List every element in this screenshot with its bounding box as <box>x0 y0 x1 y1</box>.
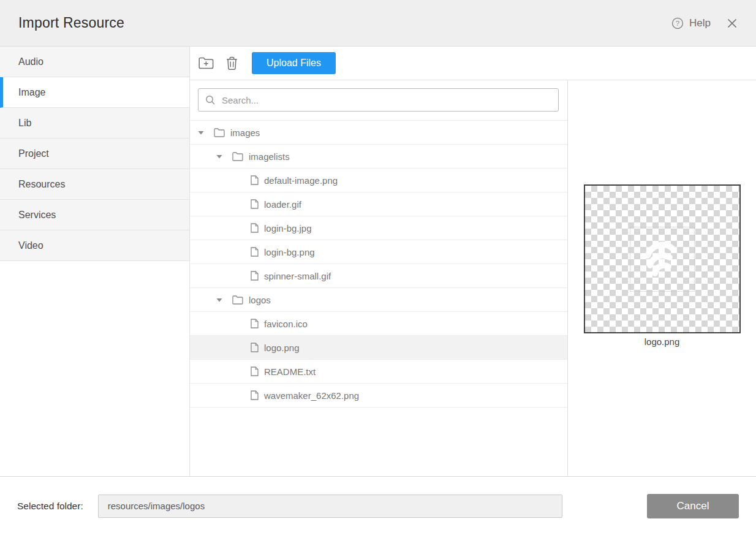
tree-node-folder-imagelists[interactable]: imagelists <box>190 145 567 169</box>
sidebar-item-video[interactable]: Video <box>0 230 189 261</box>
preview-panel: logo.png <box>568 80 756 476</box>
tree-node-label: wavemaker_62x62.png <box>264 390 359 401</box>
file-icon <box>251 271 259 281</box>
content-row: images imagelists <box>190 80 756 476</box>
tree-node-label: images <box>230 127 260 138</box>
delete-button[interactable] <box>225 56 238 71</box>
caret-down-icon[interactable] <box>216 298 232 302</box>
toolbar: Upload Files <box>190 47 756 80</box>
tree-node-label: README.txt <box>264 366 316 377</box>
tree-node-label: logos <box>249 295 271 305</box>
tree-node-label: login-bg.png <box>264 247 315 257</box>
tree-node-file-logo-png[interactable]: logo.png <box>190 336 567 360</box>
help-button[interactable]: ? Help <box>671 17 711 29</box>
tree-node-folder-logos[interactable]: logos <box>190 288 567 312</box>
tree-node-file-wavemaker-62x62-png[interactable]: wavemaker_62x62.png <box>190 384 567 408</box>
tree-node-file-spinner-small-gif[interactable]: spinner-small.gif <box>190 264 567 288</box>
file-icon <box>251 366 259 376</box>
sidebar-item-label: Lib <box>18 118 31 129</box>
folder-icon <box>232 152 243 161</box>
search-area <box>190 80 567 120</box>
file-icon <box>251 199 259 209</box>
sidebar-item-services[interactable]: Services <box>0 200 189 230</box>
dialog-header: Import Resource ? Help <box>0 0 756 47</box>
new-folder-icon <box>198 56 214 70</box>
upload-files-button[interactable]: Upload Files <box>252 52 336 74</box>
folder-icon <box>232 295 243 305</box>
sidebar-item-label: Services <box>18 210 56 221</box>
image-preview <box>584 184 741 333</box>
preview-filename: logo.png <box>644 336 680 347</box>
resource-type-sidebar: Audio Image Lib Project Resources Servic… <box>0 47 190 476</box>
help-icon: ? <box>671 17 684 29</box>
main-panel: Upload Files <box>190 47 756 476</box>
trash-icon <box>225 56 238 71</box>
svg-text:?: ? <box>676 20 679 27</box>
logo-swirl-icon <box>640 237 685 282</box>
sidebar-item-label: Project <box>18 148 49 159</box>
header-actions: ? Help <box>671 17 738 29</box>
tree-node-label: favicon.ico <box>264 319 308 329</box>
file-icon <box>251 390 259 400</box>
search-input[interactable] <box>221 94 551 106</box>
sidebar-item-audio[interactable]: Audio <box>0 47 189 77</box>
image-bounds <box>630 227 695 292</box>
file-icon <box>251 247 259 257</box>
help-label: Help <box>689 17 711 29</box>
tree-node-label: default-image.png <box>264 175 338 186</box>
search-icon <box>205 95 215 105</box>
caret-down-icon[interactable] <box>216 154 232 159</box>
dialog-body: Audio Image Lib Project Resources Servic… <box>0 47 756 476</box>
sidebar-item-image[interactable]: Image <box>0 77 189 108</box>
dialog-footer: Selected folder: Cancel <box>0 476 756 535</box>
folder-icon <box>214 128 225 137</box>
tree-node-file-readme-txt[interactable]: README.txt <box>190 360 567 384</box>
dialog-title: Import Resource <box>18 15 124 31</box>
tree-node-label: login-bg.jpg <box>264 223 312 233</box>
selected-folder-label: Selected folder: <box>17 501 83 512</box>
import-resource-dialog: Import Resource ? Help Audio Image Lib P… <box>0 0 756 535</box>
sidebar-item-lib[interactable]: Lib <box>0 108 189 138</box>
selected-folder-input[interactable] <box>98 495 562 518</box>
sidebar-item-project[interactable]: Project <box>0 138 189 169</box>
file-icon <box>251 175 259 185</box>
search-box[interactable] <box>198 88 559 112</box>
tree-node-file-login-bg-jpg[interactable]: login-bg.jpg <box>190 216 567 240</box>
tree-node-file-loader-gif[interactable]: loader.gif <box>190 192 567 216</box>
close-icon <box>727 18 738 29</box>
tree-node-file-favicon-ico[interactable]: favicon.ico <box>190 312 567 336</box>
tree-node-label: logo.png <box>264 343 300 353</box>
tree-node-file-default-image-png[interactable]: default-image.png <box>190 169 567 192</box>
sidebar-item-label: Audio <box>18 56 43 67</box>
tree-node-file-login-bg-png[interactable]: login-bg.png <box>190 240 567 264</box>
sidebar-item-label: Video <box>18 240 43 251</box>
tree-node-label: imagelists <box>249 151 290 162</box>
tree-node-label: spinner-small.gif <box>264 271 331 281</box>
file-icon <box>251 319 259 328</box>
file-icon <box>251 343 259 352</box>
sidebar-item-label: Image <box>18 87 45 98</box>
file-tree: images imagelists <box>190 120 567 408</box>
file-icon <box>251 223 259 233</box>
tree-node-label: loader.gif <box>264 199 301 210</box>
caret-down-icon[interactable] <box>198 131 214 135</box>
file-tree-panel: images imagelists <box>190 80 568 476</box>
close-button[interactable] <box>727 18 738 29</box>
new-folder-button[interactable] <box>198 56 214 70</box>
sidebar-item-resources[interactable]: Resources <box>0 169 189 200</box>
cancel-button[interactable]: Cancel <box>647 494 739 518</box>
sidebar-item-label: Resources <box>18 179 65 190</box>
tree-node-folder-images[interactable]: images <box>190 121 567 145</box>
